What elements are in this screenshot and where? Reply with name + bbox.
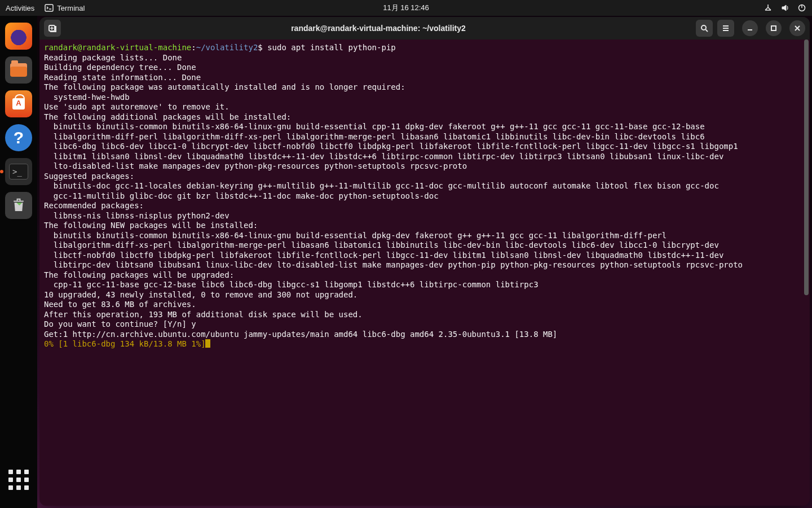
dock: ? >_ (0, 16, 37, 508)
window-title: randark@randark-virtual-machine: ~/volat… (65, 24, 691, 33)
terminal-icon (45, 3, 54, 12)
network-icon[interactable] (764, 3, 773, 12)
hamburger-menu-button[interactable] (717, 20, 734, 37)
topbar-clock[interactable]: 11月 16 12:46 (383, 3, 429, 13)
new-tab-button[interactable] (44, 20, 61, 37)
search-button[interactable] (696, 20, 713, 37)
dock-trash[interactable] (5, 192, 32, 219)
topbar-app-menu[interactable]: Terminal (45, 3, 85, 12)
dock-software-center[interactable] (5, 90, 32, 117)
terminal-window: randark@randark-virtual-machine: ~/volat… (39, 17, 810, 506)
svg-rect-0 (45, 5, 53, 11)
prompt-command: sudo apt install python-pip (267, 43, 396, 52)
minimize-button[interactable] (742, 20, 758, 36)
dock-files[interactable] (5, 56, 32, 84)
dock-terminal[interactable]: >_ (5, 158, 32, 185)
activities-button[interactable]: Activities (6, 4, 34, 12)
topbar-app-label: Terminal (57, 4, 85, 12)
dock-firefox[interactable] (5, 23, 32, 50)
prompt-path: ~/volatility2 (196, 43, 258, 52)
power-icon[interactable] (797, 3, 806, 12)
apt-output: Reading package lists... Done Building d… (44, 53, 743, 339)
prompt-dollar: $ (258, 43, 267, 52)
prompt-sep: : (191, 43, 196, 52)
dock-help[interactable]: ? (5, 124, 32, 151)
window-titlebar[interactable]: randark@randark-virtual-machine: ~/volat… (39, 17, 810, 40)
terminal-body[interactable]: randark@randark-virtual-machine:~/volati… (39, 40, 810, 506)
close-button[interactable] (789, 20, 805, 36)
volume-icon[interactable] (780, 3, 789, 12)
gnome-topbar: Activities Terminal 11月 16 12:46 (0, 0, 812, 16)
prompt-userhost: randark@randark-virtual-machine (44, 43, 191, 52)
svg-rect-4 (771, 26, 776, 30)
cursor-caret (205, 339, 210, 348)
scrollbar[interactable] (803, 40, 809, 505)
svg-point-3 (701, 25, 706, 30)
dock-show-applications[interactable] (5, 466, 32, 493)
scrollbar-thumb[interactable] (804, 40, 809, 295)
maximize-button[interactable] (766, 20, 782, 36)
apt-progress-line: 0% [1 libc6-dbg 134 kB/13.8 MB 1%] (44, 339, 206, 348)
